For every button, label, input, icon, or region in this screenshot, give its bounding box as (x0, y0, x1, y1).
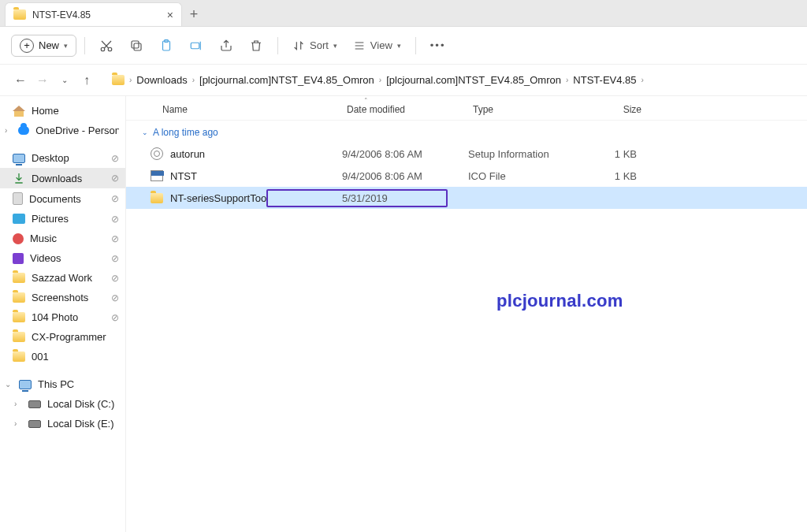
music-icon (13, 233, 24, 244)
breadcrumb-level2[interactable]: [plcjournal.com]NTST_EV4.85_Omron› (386, 74, 570, 86)
sidebar-item-label: Videos (30, 252, 61, 264)
rename-icon (189, 39, 203, 53)
tab-title: NTST-EV4.85 (32, 9, 161, 20)
copy-button[interactable] (123, 34, 150, 58)
share-icon (219, 39, 233, 53)
separator (415, 37, 416, 54)
new-button[interactable]: + New ▾ (11, 35, 76, 57)
pin-icon: ⊘ (111, 312, 119, 323)
sort-ascending-icon: ˄ (364, 97, 368, 105)
folder-icon (13, 292, 25, 303)
view-button[interactable]: View ▾ (347, 35, 407, 57)
sidebar-item-pictures[interactable]: Pictures⊘ (0, 209, 125, 229)
col-label: Type (473, 104, 493, 115)
sidebar-item-music[interactable]: Music⊘ (0, 229, 125, 248)
sidebar-item-onedrive[interactable]: ›OneDrive - Personal (0, 121, 125, 140)
setup-info-icon (150, 147, 164, 161)
col-name[interactable]: Name (162, 104, 347, 115)
file-row-autorun[interactable]: autorun 9/4/2006 8:06 AM Setup Informati… (126, 143, 807, 165)
folder-icon (13, 332, 25, 342)
sidebar-item-diskc[interactable]: ›Local Disk (C:) (0, 394, 125, 414)
cloud-icon (18, 126, 29, 135)
chevron-right-icon: › (5, 126, 12, 135)
up-button[interactable]: ↑ (77, 71, 96, 90)
breadcrumb-sep[interactable]: › (128, 76, 133, 84)
chevron-right-icon: › (14, 419, 22, 428)
sidebar-item-cxprogrammer[interactable]: CX-Programmer (0, 327, 125, 347)
file-row-nt-series-support-tool[interactable]: NT-seriesSupportTool 5/31/2019 (126, 187, 807, 209)
rename-button[interactable] (183, 34, 210, 58)
sidebar-item-label: Desktop (32, 152, 69, 164)
sidebar-item-sazzad[interactable]: Sazzad Work⊘ (0, 268, 125, 288)
monitor-icon (19, 380, 32, 389)
svg-rect-6 (191, 43, 199, 49)
chevron-down-icon: ▾ (64, 42, 68, 50)
file-type: Setup Information (468, 148, 582, 160)
pin-icon: ⊘ (111, 173, 119, 184)
sidebar-item-desktop[interactable]: Desktop⊘ (0, 148, 125, 168)
col-date[interactable]: ˄Date modified (347, 104, 473, 115)
sidebar: Home ›OneDrive - Personal Desktop⊘ Downl… (0, 96, 126, 532)
folder-icon (13, 9, 26, 20)
view-icon (353, 39, 366, 52)
toolbar: + New ▾ Sort ▾ View ▾ ••• (0, 27, 807, 65)
sidebar-item-label: Local Disk (C:) (47, 398, 114, 410)
address-bar[interactable]: › Downloads› [plcjournal.com]NTST_EV4.85… (107, 71, 796, 89)
view-label: View (370, 39, 392, 51)
file-row-ntst[interactable]: NTST 9/4/2006 8:06 AM ICO File 1 KB (126, 165, 807, 187)
recent-button[interactable]: ⌄ (55, 71, 74, 90)
chevron-down-icon: ▾ (333, 42, 337, 50)
sidebar-item-label: Screenshots (32, 292, 88, 303)
share-button[interactable] (213, 34, 240, 58)
copy-icon (129, 39, 143, 53)
pin-icon: ⊘ (111, 193, 119, 204)
breadcrumb-level1[interactable]: [plcjournal.com]NTST_EV4.85_Omron› (199, 74, 383, 86)
col-size[interactable]: Size (586, 104, 642, 115)
pin-icon: ⊘ (111, 253, 119, 264)
sidebar-item-home[interactable]: Home (0, 101, 125, 121)
col-label: Size (623, 104, 642, 115)
file-type: ICO File (468, 170, 582, 182)
sort-button[interactable]: Sort ▾ (286, 35, 344, 57)
document-icon (13, 192, 23, 205)
desktop-icon (13, 154, 25, 163)
sidebar-item-label: Local Disk (E:) (47, 418, 114, 430)
sidebar-item-label: Pictures (32, 213, 69, 225)
separator (277, 37, 278, 54)
browser-tab[interactable]: NTST-EV4.85 × (5, 2, 182, 26)
more-button[interactable]: ••• (424, 35, 452, 56)
sidebar-item-001[interactable]: 001 (0, 347, 125, 366)
sidebar-item-videos[interactable]: Videos⊘ (0, 248, 125, 268)
sidebar-item-documents[interactable]: Documents⊘ (0, 188, 125, 209)
breadcrumb-label: [plcjournal.com]NTST_EV4.85_Omron (199, 74, 374, 86)
sidebar-item-label: Documents (29, 193, 81, 205)
breadcrumb-downloads[interactable]: Downloads› (136, 74, 196, 86)
pin-icon: ⊘ (111, 233, 119, 244)
cut-button[interactable] (93, 34, 120, 58)
sidebar-item-thispc[interactable]: ⌄This PC (0, 374, 125, 394)
col-type[interactable]: Type (473, 104, 586, 115)
more-icon: ••• (430, 39, 446, 51)
sidebar-item-screenshots[interactable]: Screenshots⊘ (0, 288, 125, 307)
delete-button[interactable] (243, 34, 270, 58)
folder-icon (150, 191, 164, 205)
paste-button[interactable] (153, 34, 180, 58)
sidebar-item-label: 001 (32, 351, 49, 363)
folder-icon (13, 312, 25, 322)
svg-point-0 (101, 47, 105, 51)
col-label: Date modified (347, 104, 405, 115)
back-button[interactable]: ← (11, 71, 30, 90)
sidebar-item-diske[interactable]: ›Local Disk (E:) (0, 414, 125, 433)
sidebar-item-downloads[interactable]: Downloads⊘ (0, 168, 125, 188)
chevron-right-icon: › (14, 400, 22, 408)
pictures-icon (13, 214, 25, 224)
group-header[interactable]: ⌄ A long time ago (126, 121, 807, 143)
breadcrumb-current[interactable]: NTST-EV4.85› (573, 74, 645, 86)
sidebar-item-104photo[interactable]: 104 Photo⊘ (0, 307, 125, 327)
close-tab-icon[interactable]: × (167, 9, 173, 21)
chevron-down-icon: ▾ (397, 42, 401, 50)
new-tab-button[interactable]: + (182, 2, 206, 26)
forward-button[interactable]: → (33, 71, 52, 90)
file-pane: Name ˄Date modified Type Size ⌄ A long t… (126, 96, 807, 532)
ico-file-icon (150, 169, 164, 183)
